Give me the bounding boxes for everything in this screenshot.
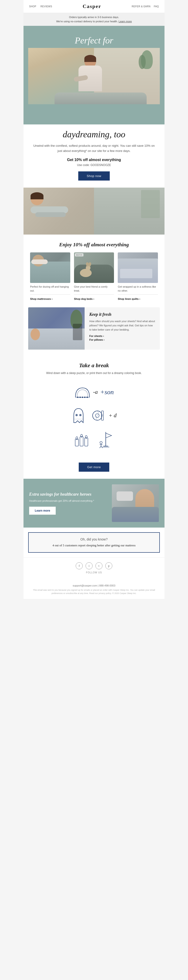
puzzle-icon-candles (73, 430, 92, 449)
products-section-title: Enjoy 10% off almost everything (24, 235, 164, 252)
svg-rect-13 (75, 439, 78, 446)
footer-contact: support@casper.com | 888-498-0003 (29, 584, 159, 587)
product-link-dogbed[interactable]: Shop dog beds (74, 294, 114, 302)
hero-body-text: Unwind with the comfiest, softest produc… (33, 143, 155, 154)
svg-point-5 (87, 397, 88, 398)
did-you-know-body: 4 out of 5 customers report sleeping bet… (34, 543, 154, 548)
get-more-section: Get more (24, 458, 164, 479)
get-more-button[interactable]: Get more (79, 463, 109, 472)
product-link-linen[interactable]: Shop linen quilts (118, 294, 158, 302)
nav-right: Refer & Earn FAQ (132, 5, 159, 8)
puzzle-icon-ghost (72, 406, 86, 425)
banner-line1: Orders typically arrive in 3-5 business … (69, 16, 119, 19)
puzzle-area: -a +son (24, 378, 164, 458)
keep-fresh-sheets-link[interactable]: For sheets (89, 334, 155, 337)
healthcare-body: Healthcare professionals get 20% off alm… (29, 499, 107, 503)
keep-fresh-title: Keep it fresh (89, 312, 155, 317)
social-icon-twitter[interactable]: t (96, 562, 102, 570)
banner-line2: We're using no-contact delivery to prote… (56, 20, 118, 23)
navigation: Shop Reviews Casper Refer & Earn FAQ (24, 0, 164, 13)
bed-pillow-decoration (116, 492, 133, 501)
svg-point-26 (100, 441, 102, 444)
product-col-linen: Get wrapped up in a softness like no oth… (116, 252, 160, 302)
hero-promo-text: Get 10% off almost everything (33, 158, 155, 162)
products-grid: Perfect for dozing off and hanging out. … (24, 252, 164, 302)
footer-legal: This email was sent to you because you s… (29, 589, 159, 595)
social-section: f i t p FOLLOW US (24, 557, 164, 581)
healthcare-cta-button[interactable]: Learn more (29, 507, 56, 515)
puzzle-row-2: + d (33, 406, 155, 425)
product-col-dogbed: @photo Give your best friend a comfy tre… (72, 252, 116, 302)
healthcare-section: Extra savings for healthcare heroes Heal… (24, 479, 164, 528)
puzzle-text-son: +son (100, 388, 114, 396)
did-you-know-title: Oh, did you know? (34, 538, 154, 541)
healthcare-title: Extra savings for healthcare heroes (29, 492, 107, 497)
products-section: Enjoy 10% off almost everything Perfect … (24, 235, 164, 302)
puzzle-operator-minus-a: -a (93, 389, 98, 395)
svg-point-3 (82, 397, 83, 398)
keep-fresh-section: Keep it fresh How often should you wash … (28, 307, 160, 350)
shop-now-button[interactable]: Shop now (78, 172, 110, 181)
footer: support@casper.com | 888-498-0003 This e… (24, 581, 164, 599)
puzzle-operator-plus-d: + d (108, 412, 116, 418)
social-icons-row: f i t p (28, 562, 160, 570)
nav-refer[interactable]: Refer & Earn (132, 5, 151, 8)
nav-left: Shop Reviews (29, 5, 52, 8)
product-link-mattress[interactable]: Shop mattresses (30, 294, 70, 302)
keep-fresh-body: How often should you wash your sheets? A… (89, 319, 155, 332)
svg-point-2 (80, 397, 81, 398)
healthcare-content: Extra savings for healthcare heroes Heal… (29, 492, 107, 515)
svg-point-4 (84, 397, 85, 398)
nav-faq[interactable]: FAQ (154, 5, 159, 8)
svg-line-29 (100, 446, 101, 448)
take-break-title: Take a break (33, 362, 155, 369)
product-label-mattress: Perfect for dozing off and hanging out. (30, 285, 70, 293)
product-label-dogbed: Give your best friend a comfy treat. (74, 285, 114, 293)
hero-title-top: Perfect for (28, 35, 160, 46)
nav-shop[interactable]: Shop (29, 5, 36, 8)
product-image-mattress (30, 252, 70, 283)
hero-bottom: daydreaming, too Unwind with the comfies… (24, 124, 164, 188)
hero-image (28, 48, 160, 104)
social-icon-instagram[interactable]: i (86, 562, 92, 570)
puzzle-row-3 (33, 430, 155, 449)
puzzle-icon-roll (90, 409, 104, 423)
banner-learn-more-link[interactable]: Learn more (119, 20, 132, 23)
social-icon-pinterest[interactable]: p (105, 562, 112, 570)
healthcare-image (112, 484, 159, 522)
social-icon-facebook[interactable]: f (76, 562, 83, 570)
nav-reviews[interactable]: Reviews (40, 5, 52, 8)
social-label: FOLLOW US (28, 571, 160, 574)
did-you-know-section: Oh, did you know? 4 out of 5 customers r… (28, 532, 160, 553)
keep-fresh-image (28, 307, 84, 350)
puzzle-icon-flag (96, 430, 115, 449)
svg-point-1 (77, 397, 78, 398)
keep-fresh-pillows-link[interactable]: For pillows (89, 338, 155, 341)
keep-fresh-content: Keep it fresh How often should you wash … (84, 307, 160, 350)
lifestyle-image (24, 188, 164, 235)
svg-point-6 (76, 414, 78, 416)
announcement-banner: Orders typically arrive in 3-5 business … (24, 13, 164, 26)
product-col-mattress: Perfect for dozing off and hanging out. … (28, 252, 72, 302)
product-label-linen: Get wrapped up in a softness like no oth… (118, 285, 158, 293)
product-image-linen (118, 252, 158, 283)
svg-rect-14 (80, 437, 83, 446)
take-break-section: Take a break Wind down with a sleep puzz… (24, 355, 164, 378)
svg-point-7 (80, 414, 81, 416)
product-image-dogbed: @photo (74, 252, 114, 283)
hero-promo-code: Use code: GOODSNOOZE (33, 164, 155, 167)
hero-section: Perfect for (24, 26, 164, 124)
logo: Casper (83, 3, 101, 10)
puzzle-row-1: -a +son (33, 383, 155, 401)
take-break-body: Wind down with a sleep puzzle, or print … (33, 371, 155, 375)
svg-marker-23 (106, 433, 112, 438)
puzzle-icon-arch (74, 385, 91, 398)
hero-title-bottom: daydreaming, too (33, 129, 155, 140)
svg-rect-15 (84, 438, 88, 446)
